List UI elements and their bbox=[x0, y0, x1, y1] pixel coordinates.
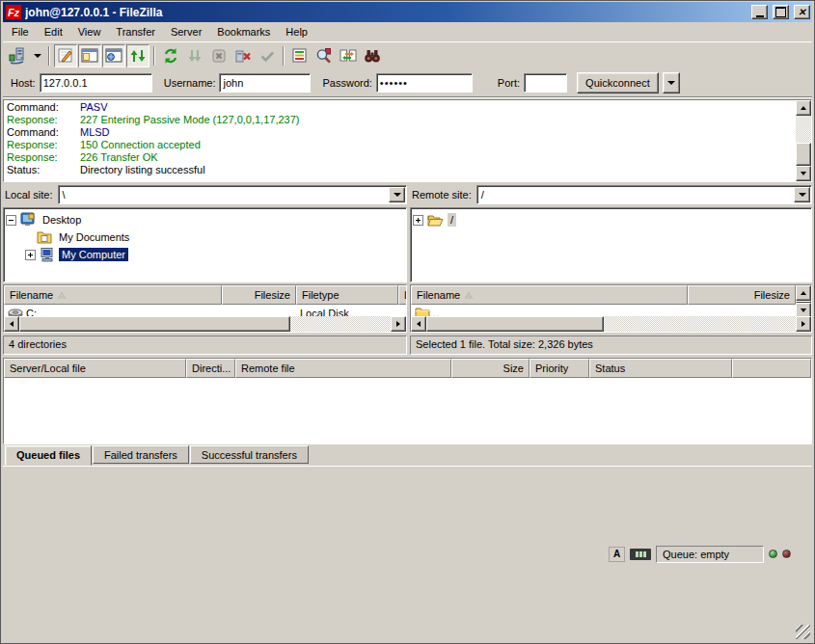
my-computer-icon bbox=[40, 247, 55, 262]
toolbar-separator bbox=[48, 46, 50, 66]
process-queue-button[interactable] bbox=[183, 44, 206, 67]
log-line: Response:150 Connection accepted bbox=[7, 139, 793, 151]
quickconnect-button[interactable]: Quickconnect bbox=[577, 72, 659, 94]
menu-help[interactable]: Help bbox=[278, 23, 315, 40]
combo-dropdown-button[interactable] bbox=[794, 187, 810, 202]
menu-view[interactable]: View bbox=[70, 23, 109, 40]
local-site-combo[interactable]: \ bbox=[58, 185, 407, 204]
drive-icon bbox=[8, 308, 23, 317]
scroll-left-button[interactable] bbox=[411, 316, 426, 332]
tree-item-my-computer[interactable]: My Computer bbox=[6, 246, 404, 263]
menu-transfer[interactable]: Transfer bbox=[108, 23, 163, 40]
remote-site-combo[interactable]: / bbox=[476, 185, 812, 204]
tree-item-my-documents[interactable]: My Documents bbox=[6, 228, 404, 246]
process-queue-icon bbox=[186, 47, 204, 65]
combo-dropdown-button[interactable] bbox=[389, 187, 405, 202]
remote-row[interactable]: .. bbox=[411, 305, 796, 316]
scroll-right-button[interactable] bbox=[391, 316, 406, 332]
transfer-type-icon[interactable]: A bbox=[609, 547, 625, 562]
message-log-icon bbox=[57, 47, 74, 65]
remote-tree: / bbox=[410, 207, 812, 282]
scroll-down-button[interactable] bbox=[796, 166, 811, 181]
minimize-button[interactable] bbox=[751, 5, 768, 19]
menu-edit[interactable]: Edit bbox=[37, 23, 70, 40]
toggle-message-log-button[interactable] bbox=[54, 44, 77, 67]
tree-item-desktop[interactable]: Desktop bbox=[6, 211, 404, 228]
scroll-up-button[interactable] bbox=[796, 285, 811, 301]
column-remote-file[interactable]: Remote file bbox=[235, 359, 451, 378]
site-manager-dropdown-button[interactable] bbox=[30, 44, 44, 67]
filter-button[interactable] bbox=[312, 44, 336, 67]
password-input[interactable] bbox=[376, 73, 473, 93]
disconnect-icon bbox=[234, 47, 252, 65]
close-button[interactable] bbox=[794, 5, 810, 19]
find-files-button[interactable] bbox=[361, 44, 384, 67]
column-filetype[interactable]: Filetype bbox=[296, 285, 398, 305]
remote-vscrollbar[interactable] bbox=[796, 285, 811, 316]
send-indicator-led bbox=[782, 550, 791, 558]
local-row-c-drive[interactable]: C: Local Disk bbox=[4, 305, 406, 316]
tree-item-root[interactable]: / bbox=[413, 211, 809, 228]
chevron-down-icon bbox=[34, 54, 41, 58]
remote-hscrollbar[interactable] bbox=[411, 316, 811, 332]
chevron-down-icon bbox=[799, 193, 806, 197]
column-last-modified[interactable]: L bbox=[398, 285, 406, 305]
site-manager-button[interactable] bbox=[6, 44, 29, 67]
toolbar-separator bbox=[153, 46, 155, 66]
toggle-local-tree-button[interactable] bbox=[78, 44, 101, 67]
expand-icon[interactable] bbox=[413, 215, 423, 226]
menu-bar: File Edit View Transfer Server Bookmarks… bbox=[3, 22, 812, 41]
menu-server[interactable]: Server bbox=[163, 23, 209, 40]
cancel-operation-button[interactable] bbox=[207, 44, 231, 67]
local-hscrollbar[interactable] bbox=[4, 316, 406, 332]
local-treeview-icon bbox=[81, 47, 98, 65]
synchronized-browsing-button[interactable] bbox=[337, 44, 360, 67]
username-input[interactable] bbox=[219, 73, 311, 93]
quickconnect-dropdown-button[interactable] bbox=[663, 72, 680, 94]
maximize-button[interactable] bbox=[773, 5, 789, 19]
site-manager-icon bbox=[8, 46, 27, 66]
log-line: Response:227 Entering Passive Mode (127,… bbox=[7, 114, 793, 126]
local-tree: Desktop My Documents My Computer bbox=[3, 207, 407, 282]
toggle-transfer-queue-button[interactable] bbox=[126, 44, 149, 67]
column-filename[interactable]: Filename bbox=[4, 285, 222, 305]
directory-comparison-icon bbox=[291, 47, 309, 65]
column-size[interactable]: Size bbox=[451, 359, 530, 378]
column-filesize[interactable]: Filesize bbox=[222, 285, 296, 305]
tab-queued-files[interactable]: Queued files bbox=[5, 445, 92, 466]
column-filesize[interactable]: Filesize bbox=[688, 285, 796, 305]
toolbar-separator bbox=[283, 46, 285, 66]
disconnect-button[interactable] bbox=[231, 44, 255, 67]
menu-bookmarks[interactable]: Bookmarks bbox=[209, 23, 278, 40]
column-priority[interactable]: Priority bbox=[530, 359, 589, 378]
host-input[interactable] bbox=[40, 73, 152, 93]
tab-successful-transfers[interactable]: Successful transfers bbox=[190, 445, 309, 464]
column-filename[interactable]: Filename bbox=[411, 285, 688, 305]
title-bar: Fz john@127.0.0.1 - FileZilla bbox=[3, 2, 812, 22]
scroll-up-button[interactable] bbox=[796, 100, 811, 116]
log-scrollbar[interactable] bbox=[796, 100, 811, 181]
tab-failed-transfers[interactable]: Failed transfers bbox=[93, 445, 189, 464]
column-status[interactable]: Status bbox=[589, 359, 732, 378]
chevron-down-icon bbox=[667, 81, 675, 85]
remote-treeview-icon bbox=[105, 47, 122, 65]
scroll-left-button[interactable] bbox=[4, 316, 19, 332]
resize-grip[interactable] bbox=[796, 625, 810, 639]
column-server-local-file[interactable]: Server/Local file bbox=[4, 359, 186, 378]
expand-icon[interactable] bbox=[25, 250, 36, 260]
scroll-thumb[interactable] bbox=[19, 316, 290, 332]
port-input[interactable] bbox=[524, 73, 567, 93]
toggle-remote-tree-button[interactable] bbox=[102, 44, 125, 67]
column-direction[interactable]: Directi... bbox=[186, 359, 235, 378]
directory-comparison-button[interactable] bbox=[288, 44, 312, 67]
queue-header: Server/Local file Directi... Remote file… bbox=[4, 359, 811, 378]
scroll-thumb[interactable] bbox=[426, 316, 604, 332]
refresh-button[interactable] bbox=[159, 44, 182, 67]
remote-site-bar: Remote site: / bbox=[410, 184, 812, 205]
scroll-thumb[interactable] bbox=[796, 143, 811, 166]
menu-file[interactable]: File bbox=[4, 23, 37, 40]
reconnect-button[interactable] bbox=[256, 44, 279, 67]
collapse-icon[interactable] bbox=[6, 215, 16, 226]
scroll-right-button[interactable] bbox=[796, 316, 811, 332]
remote-pane: Remote site: / / Filename bbox=[410, 184, 812, 355]
